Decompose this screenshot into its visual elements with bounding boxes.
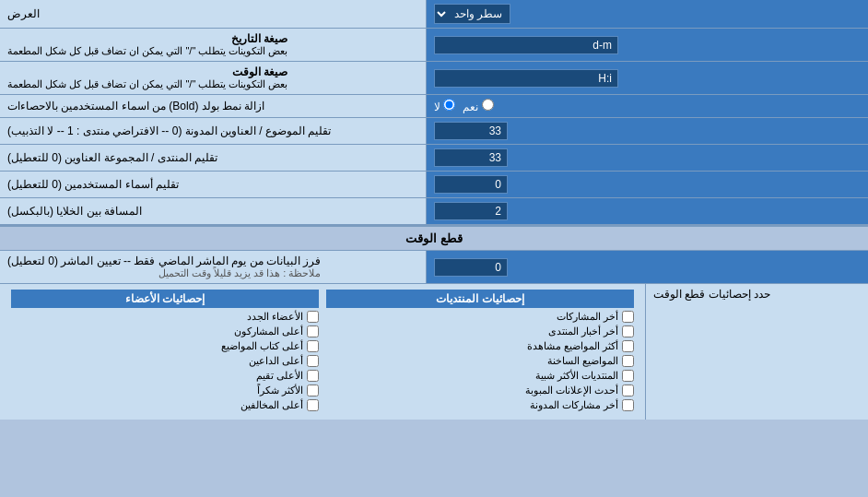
col1-checkbox-3[interactable]: [622, 355, 634, 367]
col1-item-5: أحدث الإعلانات المبوبة: [326, 385, 634, 396]
col2-item-4: الأعلى تقيم: [11, 370, 319, 382]
topic-forum-order-row: تقليم الموضوع / العناوين المدونة (0 -- ا…: [0, 118, 868, 145]
col2-item-1: أعلى المشاركون: [11, 325, 319, 337]
col1-item-3: المواضيع الساخنة: [326, 355, 634, 367]
time-format-label2: بعض التكوينات يتطلب "/" التي يمكن ان تضا…: [7, 78, 287, 90]
col1-checkbox-4[interactable]: [622, 370, 634, 382]
bottom-section-row: حدد إحصائيات قطع الوقت إحصائيات المنتديا…: [0, 284, 868, 420]
usernames-order-input-cell: [426, 172, 868, 197]
cutoff-input[interactable]: [434, 258, 508, 277]
cutoff-label2: ملاحظة : هذا قد يزيد قليلاً وقت التحميل: [7, 267, 321, 279]
bold-remove-label: ازالة نمط بولد (Bold) من اسماء المستخدمي…: [0, 95, 426, 117]
bold-remove-input-cell: نعم لا: [426, 95, 868, 117]
date-format-label2: بعض التكوينات يتطلب "/" التي يمكن ان تضا…: [7, 45, 287, 57]
cutoff-input-cell: [426, 251, 868, 283]
radio-no-label: لا: [434, 99, 455, 113]
display-type-label: العرض: [0, 0, 426, 28]
page-container: سطر واحد متعدد العرض صيغة التاريخ بعض ال…: [0, 0, 868, 420]
date-format-input-cell: [426, 29, 868, 61]
display-type-row: سطر واحد متعدد العرض: [0, 0, 868, 29]
col1-item-6: أخر مشاركات المدونة: [326, 399, 634, 411]
col1-checkbox-6[interactable]: [622, 399, 634, 411]
cutoff-label-cell: فرز البيانات من يوم الماشر الماضي فقط --…: [0, 251, 426, 283]
topic-forum-order-label: تقليم الموضوع / العناوين المدونة (0 -- ا…: [0, 118, 426, 144]
bottom-checkboxes: إحصائيات المنتديات أخر المشاركات أخر أخب…: [0, 284, 645, 420]
col1-item-2: أكثر المواضيع مشاهدة: [326, 340, 634, 352]
forum-group-order-input[interactable]: [434, 148, 508, 167]
cutoff-row: فرز البيانات من يوم الماشر الماضي فقط --…: [0, 251, 868, 284]
col1-checkbox-2[interactable]: [622, 340, 634, 352]
date-format-label1: صيغة التاريخ: [7, 32, 287, 45]
time-format-row: صيغة الوقت بعض التكوينات يتطلب "/" التي …: [0, 62, 868, 95]
col2-checkbox-3[interactable]: [307, 355, 319, 367]
entry-spacing-row: المسافة بين الخلايا (بالبكسل): [0, 198, 868, 225]
time-format-label1: صيغة الوقت: [7, 65, 287, 78]
col1-checkbox-0[interactable]: [622, 311, 634, 323]
col2-checkbox-5[interactable]: [307, 385, 319, 396]
cutoff-section-header: قطع الوقت: [0, 225, 868, 251]
entry-spacing-label: المسافة بين الخلايا (بالبكسل): [0, 198, 426, 224]
cutoff-label1: فرز البيانات من يوم الماشر الماضي فقط --…: [7, 254, 321, 267]
bold-remove-row: نعم لا ازالة نمط بولد (Bold) من اسماء ال…: [0, 95, 868, 118]
col2: إحصائيات الأعضاء الأعضاء الجدد أعلى المش…: [7, 288, 323, 416]
col1-header: إحصائيات المنتديات: [326, 290, 634, 308]
col1: إحصائيات المنتديات أخر المشاركات أخر أخب…: [323, 288, 638, 416]
time-format-label-cell: صيغة الوقت بعض التكوينات يتطلب "/" التي …: [0, 62, 426, 94]
date-format-input[interactable]: [434, 36, 618, 54]
col2-checkbox-6[interactable]: [307, 399, 319, 411]
col2-checkbox-2[interactable]: [307, 340, 319, 352]
col2-checkbox-4[interactable]: [307, 370, 319, 382]
col2-item-0: الأعضاء الجدد: [11, 311, 319, 323]
col2-checkbox-1[interactable]: [307, 325, 319, 337]
col2-item-2: أعلى كتاب المواضيع: [11, 340, 319, 352]
radio-yes[interactable]: [482, 99, 494, 111]
usernames-order-input[interactable]: [434, 175, 508, 194]
time-format-input[interactable]: [434, 69, 618, 88]
col2-item-6: أعلى المخالفين: [11, 399, 319, 411]
date-format-label-cell: صيغة التاريخ بعض التكوينات يتطلب "/" الت…: [0, 29, 426, 61]
forum-group-order-row: تقليم المنتدى / المجموعة العناوين (0 للت…: [0, 145, 868, 172]
col2-item-3: أعلى الداعين: [11, 355, 319, 367]
col1-checkbox-1[interactable]: [622, 325, 634, 337]
usernames-order-label: تقليم أسماء المستخدمين (0 للتعطيل): [0, 172, 426, 197]
col1-item-4: المنتديات الأكثر شبية: [326, 370, 634, 382]
forum-group-order-label: تقليم المنتدى / المجموعة العناوين (0 للت…: [0, 145, 426, 171]
date-format-row: صيغة التاريخ بعض التكوينات يتطلب "/" الت…: [0, 29, 868, 62]
time-format-input-cell: [426, 62, 868, 94]
checkbox-columns-container: إحصائيات المنتديات أخر المشاركات أخر أخب…: [7, 288, 638, 416]
col2-item-5: الأكثر شكراً: [11, 385, 319, 396]
forum-group-order-input-cell: [426, 145, 868, 171]
radio-no[interactable]: [443, 99, 455, 111]
col1-item-0: أخر المشاركات: [326, 311, 634, 323]
usernames-order-row: تقليم أسماء المستخدمين (0 للتعطيل): [0, 172, 868, 198]
col1-checkbox-5[interactable]: [622, 385, 634, 396]
display-type-select[interactable]: سطر واحد متعدد: [434, 4, 510, 24]
topic-forum-order-input-cell: [426, 118, 868, 144]
entry-spacing-input-cell: [426, 198, 868, 224]
bottom-right-label: حدد إحصائيات قطع الوقت: [645, 284, 868, 420]
radio-yes-label: نعم: [463, 99, 493, 113]
entry-spacing-input[interactable]: [434, 202, 508, 220]
col1-item-1: أخر أخبار المنتدى: [326, 325, 634, 337]
col2-checkbox-0[interactable]: [307, 311, 319, 323]
col2-header: إحصائيات الأعضاء: [11, 290, 319, 308]
display-type-input-cell: سطر واحد متعدد: [426, 0, 868, 28]
topic-forum-order-input[interactable]: [434, 122, 508, 140]
